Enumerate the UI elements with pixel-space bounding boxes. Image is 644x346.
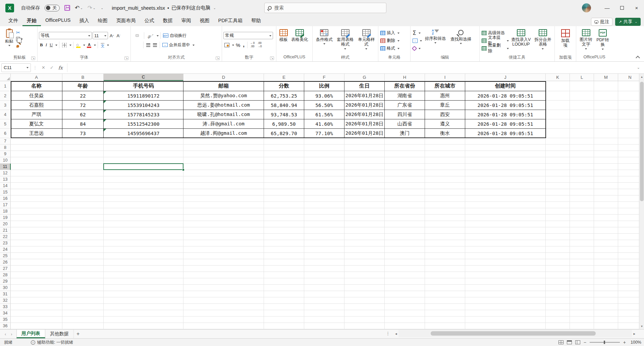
cell-M32[interactable] (594, 297, 618, 304)
cell-K19[interactable] (546, 215, 570, 221)
add-sheet-button[interactable]: + (74, 330, 83, 338)
cell-E17[interactable] (264, 202, 304, 208)
cell-G11[interactable] (344, 164, 385, 170)
image-to-text-button[interactable]: 图片转文字 (578, 27, 594, 54)
cell-N9[interactable] (618, 151, 642, 157)
cell-B20[interactable] (62, 221, 104, 227)
cell-A22[interactable] (11, 234, 62, 240)
cell-E10[interactable] (264, 157, 304, 164)
cell-C28[interactable] (104, 272, 183, 278)
cell-H11[interactable] (385, 164, 425, 170)
cell-M9[interactable] (594, 151, 618, 157)
cell-D3[interactable]: 思远.姜@hotmail.com (183, 101, 264, 110)
cell-I2[interactable]: 惠州 (425, 91, 465, 101)
cell-C21[interactable] (104, 227, 183, 234)
cell-N19[interactable] (618, 215, 642, 221)
cell-G12[interactable] (344, 170, 385, 176)
cell-M30[interactable] (594, 285, 618, 291)
format-cells-button[interactable]: 格式 (380, 45, 409, 52)
row-header-23[interactable]: 23 (0, 240, 11, 246)
cell-F12[interactable] (304, 170, 344, 176)
cell-D6[interactable]: 越泽.阎@gmail.com (183, 129, 264, 138)
cell-J4[interactable]: 2026-01-28 09:05:51 (465, 110, 546, 119)
zoom-out-button[interactable]: − (584, 340, 586, 345)
ribbon-tab-9[interactable]: 视图 (196, 16, 214, 26)
cell-A13[interactable] (11, 176, 62, 183)
cell-H16[interactable] (385, 195, 425, 202)
row-header-2[interactable]: 2 (0, 91, 11, 101)
cell-E19[interactable] (264, 215, 304, 221)
cell-K12[interactable] (546, 170, 570, 176)
cell-K10[interactable] (546, 157, 570, 164)
cell-E33[interactable] (264, 304, 304, 310)
cell-D9[interactable] (183, 151, 264, 157)
cell-C29[interactable] (104, 278, 183, 285)
zoom-level[interactable]: 100% (629, 340, 641, 345)
cell-G3[interactable]: 2026年01月28日 (344, 101, 385, 110)
conditional-formatting-button[interactable]: 条件格式 (314, 27, 335, 54)
accounting-format-button[interactable] (223, 43, 230, 48)
row-header-33[interactable]: 33 (0, 304, 11, 310)
cell-M7[interactable] (594, 138, 618, 145)
cell-B1[interactable]: 年龄 (62, 81, 104, 91)
cell-I28[interactable] (425, 272, 465, 278)
cell-L12[interactable] (570, 170, 594, 176)
cell-J28[interactable] (465, 272, 546, 278)
row-header-36[interactable]: 36 (0, 323, 11, 329)
cell-K13[interactable] (546, 176, 570, 183)
cell-G4[interactable]: 2026年01月28日 (344, 110, 385, 119)
cell-H2[interactable]: 湖南省 (385, 91, 425, 101)
cell-J32[interactable] (465, 297, 546, 304)
cell-E22[interactable] (264, 234, 304, 240)
cell-F30[interactable] (304, 285, 344, 291)
cell-H3[interactable]: 广东省 (385, 101, 425, 110)
cell-N7[interactable] (618, 138, 642, 145)
cell-K24[interactable] (546, 246, 570, 253)
column-header-J[interactable]: J (465, 74, 546, 81)
orientation-button[interactable]: ab→ (146, 34, 155, 38)
cell-D10[interactable] (183, 157, 264, 164)
cell-N34[interactable] (618, 310, 642, 316)
cell-N18[interactable] (618, 208, 642, 215)
cell-N32[interactable] (618, 297, 642, 304)
cell-I18[interactable] (425, 208, 465, 215)
cell-K4[interactable] (546, 110, 570, 119)
cell-N1[interactable] (618, 81, 642, 91)
cell-N17[interactable] (618, 202, 642, 208)
cell-H12[interactable] (385, 170, 425, 176)
cell-M17[interactable] (594, 202, 618, 208)
cell-G31[interactable] (344, 291, 385, 297)
cell-D22[interactable] (183, 234, 264, 240)
cell-F1[interactable]: 比例 (304, 81, 344, 91)
cell-D1[interactable]: 邮箱 (183, 81, 264, 91)
autosum-button[interactable]: Σ (412, 30, 423, 36)
cell-M35[interactable] (594, 316, 618, 323)
cell-N8[interactable] (618, 145, 642, 151)
cell-E34[interactable] (264, 310, 304, 316)
cell-B30[interactable] (62, 285, 104, 291)
cell-N26[interactable] (618, 259, 642, 266)
cell-I24[interactable] (425, 246, 465, 253)
row-header-20[interactable]: 20 (0, 221, 11, 227)
cell-C13[interactable] (104, 176, 183, 183)
cell-D2[interactable]: 昊然.贾@yahoo.com (183, 91, 264, 101)
cell-F28[interactable] (304, 272, 344, 278)
cell-C33[interactable] (104, 304, 183, 310)
row-header-8[interactable]: 8 (0, 145, 11, 151)
cell-B8[interactable] (62, 145, 104, 151)
column-header-N[interactable]: N (618, 74, 642, 81)
row-header-28[interactable]: 28 (0, 272, 11, 278)
cell-J12[interactable] (465, 170, 546, 176)
cell-J23[interactable] (465, 240, 546, 246)
cell-M26[interactable] (594, 259, 618, 266)
vlookup-button[interactable]: 查找录入VLOOKUP (509, 27, 533, 54)
cell-G23[interactable] (344, 240, 385, 246)
cell-J1[interactable]: 创建时间 (465, 81, 546, 91)
cell-B21[interactable] (62, 227, 104, 234)
cell-A4[interactable]: 严琪 (11, 110, 62, 119)
cell-F3[interactable]: 56.50% (304, 101, 344, 110)
cell-J21[interactable] (465, 227, 546, 234)
cell-I10[interactable] (425, 157, 465, 164)
cell-L24[interactable] (570, 246, 594, 253)
cell-B32[interactable] (62, 297, 104, 304)
